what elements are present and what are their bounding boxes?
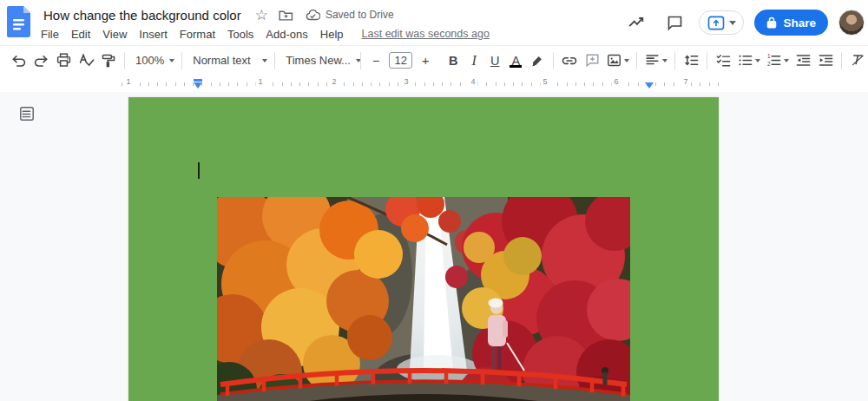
spelling-check-icon[interactable] (75, 49, 97, 72)
redo-icon[interactable] (30, 49, 52, 72)
document-canvas (0, 92, 868, 401)
add-comment-icon[interactable] (581, 49, 603, 72)
font-select[interactable]: Times New... (279, 49, 356, 72)
toolbar: 100% Normal text Times New... − 12 + B I… (0, 45, 868, 75)
insert-image-button[interactable] (603, 49, 632, 72)
last-edit-link[interactable]: Last edit was seconds ago (362, 28, 490, 40)
menu-format[interactable]: Format (174, 26, 221, 43)
bold-button[interactable]: B (443, 49, 464, 72)
document-title[interactable]: How change the background color (40, 7, 245, 23)
google-docs-window: How change the background color ☆ Saved … (0, 0, 868, 401)
toolbar-divider (181, 52, 182, 69)
chevron-down-icon (784, 59, 789, 62)
chevron-down-icon (662, 59, 667, 62)
avatar[interactable] (838, 10, 865, 36)
share-label: Share (783, 16, 816, 30)
saved-status-text: Saved to Drive (326, 9, 394, 21)
underline-button[interactable]: U (484, 49, 505, 72)
comment-history-icon[interactable] (661, 9, 688, 36)
toolbar-divider (360, 52, 361, 69)
menu-tools[interactable]: Tools (221, 26, 260, 43)
zoom-value: 100% (132, 49, 168, 72)
document-image[interactable] (217, 197, 630, 401)
font-size-input[interactable]: 12 (389, 52, 412, 69)
chevron-down-icon (755, 59, 760, 62)
toolbar-divider (636, 52, 637, 69)
paragraph-style-value: Normal text (189, 49, 253, 72)
ruler-label: 1 (123, 77, 133, 86)
star-icon[interactable]: ☆ (255, 8, 268, 23)
docs-logo-icon[interactable] (7, 6, 30, 37)
title-row: How change the background color ☆ Saved … (40, 5, 394, 24)
menu-edit[interactable]: Edit (65, 26, 96, 43)
toolbar-divider (274, 52, 275, 69)
insert-link-icon[interactable] (558, 49, 581, 72)
highlight-color-icon[interactable] (526, 49, 549, 72)
chevron-down-icon (262, 59, 267, 62)
present-dropdown-caret[interactable] (729, 21, 736, 25)
header-actions: Share (622, 0, 865, 45)
header: How change the background color ☆ Saved … (0, 0, 868, 45)
ruler-label: 6 (611, 77, 621, 86)
bulleted-list-button[interactable] (734, 49, 763, 72)
ruler[interactable]: 11234567 (0, 75, 868, 92)
text-color-button[interactable]: A (505, 49, 526, 72)
document-page[interactable] (128, 97, 719, 401)
ruler-label: 2 (329, 77, 339, 86)
checklist-icon[interactable] (712, 49, 734, 72)
share-button[interactable]: Share (754, 10, 828, 36)
print-icon[interactable] (52, 49, 75, 72)
menu-help[interactable]: Help (314, 26, 350, 43)
move-to-folder-icon[interactable] (279, 9, 293, 22)
paint-format-icon[interactable] (97, 49, 120, 72)
ruler-label: 7 (681, 77, 690, 86)
toolbar-divider (707, 52, 707, 69)
cloud-saved-icon (306, 10, 320, 21)
ruler-label: 5 (540, 77, 549, 86)
text-color-swatch (510, 65, 522, 68)
autumn-bridge-photo (217, 197, 630, 401)
zoom-select[interactable]: 100% (129, 49, 177, 72)
increase-font-size-button[interactable]: + (415, 49, 436, 72)
italic-button[interactable]: I (464, 49, 484, 72)
text-cursor (198, 162, 200, 179)
decrease-font-size-button[interactable]: − (365, 49, 386, 72)
font-value: Times New... (282, 49, 354, 72)
menu-view[interactable]: View (96, 26, 133, 43)
document-stats-icon[interactable] (622, 9, 650, 36)
menu-file[interactable]: File (35, 26, 65, 43)
menu-bar: File Edit View Insert Format Tools Add-o… (35, 25, 490, 43)
ruler-label: 4 (468, 77, 477, 86)
left-indent-marker[interactable] (194, 82, 202, 89)
show-outline-icon[interactable] (14, 101, 40, 127)
ruler-label: 3 (401, 77, 411, 86)
menu-add-ons[interactable]: Add-ons (260, 26, 313, 43)
ruler-ticks (122, 82, 722, 86)
increase-indent-icon[interactable] (814, 49, 837, 72)
decrease-indent-icon[interactable] (792, 49, 814, 72)
menu-insert[interactable]: Insert (133, 26, 174, 43)
right-indent-marker[interactable] (645, 82, 654, 89)
present-button[interactable] (699, 10, 744, 35)
clear-formatting-icon[interactable] (846, 49, 868, 72)
toolbar-divider (841, 52, 842, 69)
paragraph-style-select[interactable]: Normal text (187, 49, 270, 72)
lock-icon (766, 16, 777, 29)
svg-text:1: 1 (767, 53, 771, 59)
toolbar-divider (553, 52, 554, 69)
undo-icon[interactable] (7, 49, 30, 72)
line-spacing-icon[interactable] (680, 49, 702, 72)
chevron-down-icon (624, 59, 629, 62)
chevron-down-icon (169, 59, 174, 62)
saved-status[interactable]: Saved to Drive (306, 9, 394, 21)
present-icon (707, 16, 725, 30)
align-button[interactable] (641, 49, 670, 72)
svg-text:2: 2 (767, 61, 771, 67)
toolbar-divider (674, 52, 675, 69)
ruler-label: 1 (255, 77, 265, 86)
numbered-list-button[interactable]: 1 2 (763, 49, 792, 72)
toolbar-divider (124, 52, 125, 69)
